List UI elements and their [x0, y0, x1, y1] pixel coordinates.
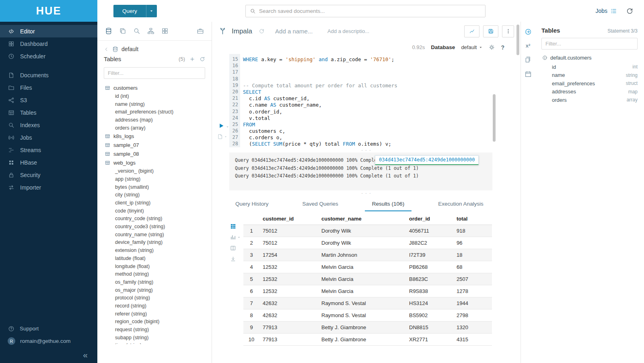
briefcase-icon[interactable] — [197, 27, 204, 35]
tree-column[interactable]: region_code (bigint) — [97, 318, 212, 326]
documents-source-icon[interactable] — [119, 27, 126, 35]
column-header-order_id[interactable]: order_id — [406, 213, 453, 225]
page-scrollbar[interactable] — [516, 25, 519, 55]
tree-column[interactable]: country_code (string) — [97, 215, 212, 223]
tab-execution-analysis[interactable]: Execution Analysis — [431, 197, 491, 211]
active-table-row[interactable]: default.customers — [541, 53, 638, 63]
collapse-sidebar-button[interactable]: « — [83, 351, 88, 359]
editor-assistant-icon[interactable] — [525, 28, 532, 35]
right-column-name[interactable]: namestring — [541, 71, 638, 80]
sidebar-item-documents[interactable]: Documents — [0, 69, 97, 81]
tree-column[interactable]: _version_ (bigint) — [97, 167, 212, 175]
resize-handle[interactable] — [212, 190, 521, 196]
sidebar-item-s3[interactable]: S3 — [0, 94, 97, 106]
sidebar-item-support[interactable]: Support — [0, 322, 97, 335]
sidebar-item-hbase[interactable]: HBase — [0, 156, 97, 169]
settings-gear-icon[interactable] — [489, 44, 495, 50]
sidebar-item-streams[interactable]: Streams — [0, 144, 97, 156]
query-id-popover[interactable]: 034d413ec7474ed5:4249de1000000000 — [375, 155, 479, 165]
sidebar-item-security[interactable]: Security — [0, 169, 97, 181]
sitemap-source-icon[interactable] — [147, 27, 154, 35]
table-row[interactable]: 1077913Betty J. GiambroneXR27714315 — [243, 334, 492, 346]
column-header-total[interactable]: total — [453, 213, 492, 225]
help-icon[interactable]: ? — [501, 44, 504, 51]
table-row[interactable]: 317254Martin JohnsonI72T3918 — [243, 249, 492, 261]
table-row[interactable]: 512532Melvin GarciaB8623C2507 — [243, 273, 492, 285]
sidebar-item-importer[interactable]: Importer — [0, 181, 97, 194]
table-row[interactable]: 842632Raymond S. VestalBS59022798 — [243, 309, 492, 322]
tree-table-sample_08[interactable]: sample_08 — [97, 149, 212, 158]
table-row[interactable]: 742632Raymond S. VestalHS31241944 — [243, 297, 492, 309]
tree-column[interactable]: orders (array) — [97, 124, 212, 132]
snippet-settings-button[interactable] — [217, 134, 227, 140]
query-history-icon[interactable] — [259, 28, 265, 34]
table-row[interactable]: 612532Melvin GarciaR9S8381278 — [243, 285, 492, 297]
table-row[interactable]: 275012Dorothy WilkJ882C296 — [243, 237, 492, 249]
grid-view-icon[interactable] — [230, 223, 236, 229]
download-icon[interactable] — [230, 256, 236, 262]
save-button[interactable] — [483, 25, 498, 37]
sidebar-item-indexes[interactable]: Indexes — [0, 119, 97, 131]
right-column-id[interactable]: idint — [541, 63, 638, 71]
columns-view-icon[interactable] — [230, 245, 236, 251]
tree-column[interactable]: extension (string) — [97, 246, 212, 254]
database-select[interactable]: default — [461, 44, 483, 50]
sidebar-item-dashboard[interactable]: Dashboard — [0, 37, 97, 50]
database-breadcrumb[interactable]: default — [97, 41, 212, 54]
new-query-dropdown[interactable] — [146, 5, 157, 17]
tree-column[interactable]: longitude (float) — [97, 262, 212, 270]
tree-table-customers[interactable]: customers — [97, 83, 212, 92]
tree-column[interactable]: email_preferences (struct) — [97, 108, 212, 116]
tree-column[interactable]: addresses (map) — [97, 116, 212, 124]
sidebar-item-tables[interactable]: Tables — [0, 106, 97, 119]
right-column-addresses[interactable]: addressesmap — [541, 88, 638, 96]
add-table-icon[interactable] — [189, 56, 195, 62]
query-name-input[interactable] — [275, 28, 323, 35]
tree-column[interactable]: country_code3 (string) — [97, 223, 212, 231]
tree-column[interactable]: latitude (float) — [97, 254, 212, 262]
tree-column[interactable]: os_major (string) — [97, 286, 212, 294]
tree-column[interactable]: method (string) — [97, 270, 212, 278]
language-reference-icon[interactable] — [525, 56, 532, 63]
tree-column[interactable]: client_ip (string) — [97, 199, 212, 207]
column-header-customer_id[interactable]: customer_id — [259, 213, 318, 225]
tree-column[interactable]: subapp (string) — [97, 334, 212, 342]
apps-source-icon[interactable] — [161, 27, 169, 35]
tab-saved-queries[interactable]: Saved Queries — [295, 197, 346, 211]
sidebar-item-editor[interactable]: Editor — [0, 25, 97, 37]
more-actions-button[interactable] — [502, 25, 514, 37]
history-icon[interactable] — [626, 7, 634, 15]
tree-column[interactable]: request (string) — [97, 326, 212, 334]
tree-column[interactable]: id (int) — [97, 92, 212, 100]
refresh-icon[interactable] — [200, 56, 205, 62]
query-description-input[interactable] — [327, 28, 379, 34]
tree-column[interactable]: record (string) — [97, 302, 212, 310]
search-input[interactable] — [259, 8, 481, 14]
chart-button[interactable] — [464, 25, 479, 37]
tree-column[interactable]: app (string) — [97, 175, 212, 183]
tree-column[interactable]: device_family (string) — [97, 239, 212, 247]
tree-column[interactable]: protocol (string) — [97, 294, 212, 302]
table-row[interactable]: 977913Betty J. GiambroneDN88151320 — [243, 322, 492, 334]
sidebar-item-scheduler[interactable]: Scheduler — [0, 50, 97, 62]
right-filter-input[interactable] — [545, 41, 634, 47]
tree-table-sample_07[interactable]: sample_07 — [97, 140, 212, 149]
tree-column[interactable]: bytes (smallint) — [97, 183, 212, 191]
new-query-button[interactable]: Query — [113, 5, 157, 17]
execute-options-caret[interactable] — [226, 125, 229, 129]
right-column-email_preferences[interactable]: email_preferencesstruct — [541, 79, 638, 88]
tab-query-history[interactable]: Query History — [228, 197, 276, 211]
tree-column[interactable]: city (string) — [97, 191, 212, 199]
tree-table-web_logs[interactable]: web_logs — [97, 158, 212, 167]
execute-button[interactable] — [218, 122, 225, 129]
tree-column[interactable]: os_family (string) — [97, 278, 212, 286]
tree-column[interactable]: country_name (string) — [97, 231, 212, 239]
code-content[interactable]: WHERE a.key = 'shipping' and a.zip_code … — [240, 54, 521, 147]
sidebar-item-user[interactable]: R romain@gethue.com — [0, 335, 97, 347]
table-row[interactable]: 175012Dorothy Wilk4056711918 — [243, 225, 492, 237]
chart-view-icon[interactable] — [230, 234, 241, 240]
editor-scrollbar[interactable] — [493, 94, 496, 142]
assist-filter-input[interactable] — [108, 70, 201, 76]
tree-column[interactable]: code (tinyint) — [97, 207, 212, 215]
schedule-icon[interactable] — [525, 70, 532, 78]
